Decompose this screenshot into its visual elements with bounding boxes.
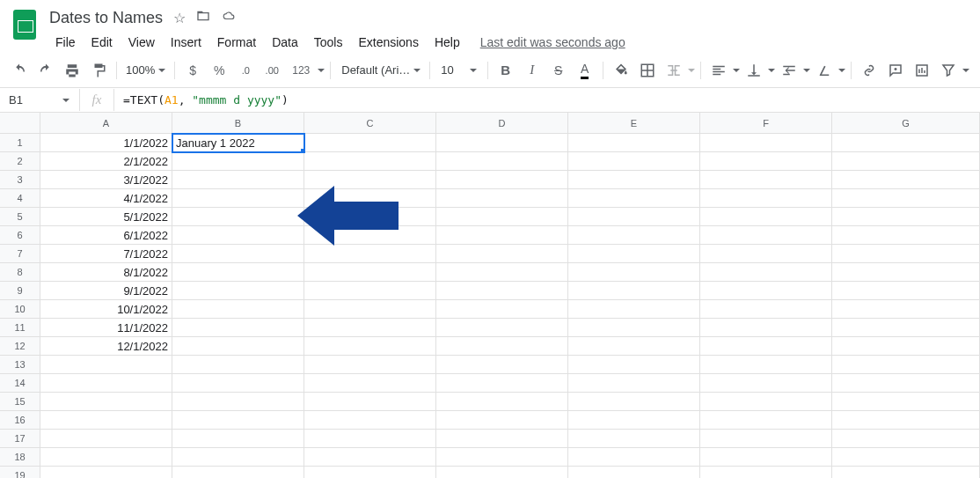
cell[interactable] xyxy=(568,448,700,467)
cell[interactable] xyxy=(436,337,568,356)
row-header[interactable]: 16 xyxy=(0,411,40,430)
column-header[interactable]: G xyxy=(832,113,980,134)
cell[interactable] xyxy=(700,152,832,171)
cell[interactable] xyxy=(304,245,436,263)
row-header[interactable]: 13 xyxy=(0,356,40,374)
row-header[interactable]: 8 xyxy=(0,263,40,282)
more-formats-button[interactable]: 123 xyxy=(286,58,316,83)
cell[interactable] xyxy=(568,374,700,393)
comment-button[interactable] xyxy=(883,58,908,83)
select-all-corner[interactable] xyxy=(0,113,40,134)
cell[interactable] xyxy=(832,393,980,411)
cell[interactable]: 9/1/2022 xyxy=(40,282,172,300)
row-header[interactable]: 1 xyxy=(0,134,40,152)
undo-button[interactable] xyxy=(7,58,32,83)
cell[interactable] xyxy=(172,282,304,300)
cell[interactable] xyxy=(832,226,980,245)
text-color-button[interactable]: A xyxy=(573,58,597,83)
cell[interactable] xyxy=(568,411,700,430)
cell[interactable] xyxy=(304,356,436,374)
cell[interactable] xyxy=(832,430,980,448)
cell[interactable] xyxy=(832,245,980,263)
column-header[interactable]: D xyxy=(436,113,568,134)
cell[interactable] xyxy=(568,189,700,208)
cell[interactable] xyxy=(568,263,700,282)
row-header[interactable]: 11 xyxy=(0,319,40,337)
cell[interactable] xyxy=(40,467,172,478)
cell[interactable] xyxy=(304,189,436,208)
row-header[interactable]: 9 xyxy=(0,282,40,300)
cell[interactable] xyxy=(436,374,568,393)
cell[interactable] xyxy=(832,356,980,374)
cell[interactable] xyxy=(700,319,832,337)
cell[interactable]: 3/1/2022 xyxy=(40,171,172,189)
cell[interactable] xyxy=(832,300,980,319)
cell[interactable] xyxy=(700,134,832,152)
cell[interactable] xyxy=(172,226,304,245)
grid[interactable]: 11/1/2022January 1 202222/1/202233/1/202… xyxy=(0,134,980,478)
cell[interactable] xyxy=(40,448,172,467)
cell[interactable] xyxy=(436,208,568,226)
cell[interactable] xyxy=(568,208,700,226)
cell[interactable] xyxy=(832,282,980,300)
cell[interactable] xyxy=(700,226,832,245)
cell[interactable] xyxy=(172,411,304,430)
cell[interactable] xyxy=(832,189,980,208)
cell[interactable] xyxy=(436,282,568,300)
cell[interactable] xyxy=(568,152,700,171)
row-header[interactable]: 7 xyxy=(0,245,40,263)
redo-button[interactable] xyxy=(33,58,58,83)
cell[interactable] xyxy=(832,171,980,189)
cell[interactable] xyxy=(436,189,568,208)
merge-button[interactable] xyxy=(662,58,686,83)
cell[interactable] xyxy=(832,374,980,393)
h-align-button[interactable] xyxy=(706,58,731,83)
row-header[interactable]: 18 xyxy=(0,448,40,467)
print-button[interactable] xyxy=(60,58,84,83)
column-header[interactable]: E xyxy=(568,113,700,134)
cell[interactable] xyxy=(436,245,568,263)
cell[interactable] xyxy=(172,152,304,171)
cell[interactable] xyxy=(700,245,832,263)
last-edit-link[interactable]: Last edit was seconds ago xyxy=(480,35,625,49)
cell[interactable] xyxy=(700,282,832,300)
cell[interactable] xyxy=(568,171,700,189)
row-header[interactable]: 3 xyxy=(0,171,40,189)
cell[interactable] xyxy=(700,448,832,467)
zoom-select[interactable]: 100% xyxy=(122,63,169,77)
cell[interactable] xyxy=(172,189,304,208)
column-header[interactable]: F xyxy=(700,113,832,134)
cell[interactable] xyxy=(700,208,832,226)
cell[interactable] xyxy=(436,393,568,411)
cell[interactable] xyxy=(436,152,568,171)
cell[interactable] xyxy=(304,134,436,152)
cell[interactable] xyxy=(436,134,568,152)
cell[interactable] xyxy=(700,171,832,189)
cell[interactable] xyxy=(832,208,980,226)
cell[interactable] xyxy=(436,430,568,448)
cell[interactable] xyxy=(172,263,304,282)
cell[interactable]: 6/1/2022 xyxy=(40,226,172,245)
cell[interactable]: January 1 2022 xyxy=(172,134,304,152)
decrease-decimal-button[interactable]: .0 xyxy=(233,58,258,83)
cell[interactable] xyxy=(832,448,980,467)
row-header[interactable]: 17 xyxy=(0,430,40,448)
row-header[interactable]: 5 xyxy=(0,208,40,226)
cell[interactable]: 1/1/2022 xyxy=(40,134,172,152)
cell[interactable] xyxy=(304,411,436,430)
column-header[interactable]: A xyxy=(40,113,172,134)
cell[interactable] xyxy=(304,171,436,189)
cell[interactable] xyxy=(832,337,980,356)
cell[interactable] xyxy=(172,448,304,467)
rotate-button[interactable] xyxy=(812,58,837,83)
cell[interactable] xyxy=(172,300,304,319)
name-box[interactable]: B1 xyxy=(0,93,53,107)
cell[interactable]: 11/1/2022 xyxy=(40,319,172,337)
chart-button[interactable] xyxy=(910,58,934,83)
formula-input[interactable]: =TEXT(A1, "mmmm d yyyy") xyxy=(114,93,980,107)
row-header[interactable]: 14 xyxy=(0,374,40,393)
cell[interactable] xyxy=(304,152,436,171)
cell[interactable] xyxy=(436,448,568,467)
cell[interactable] xyxy=(40,430,172,448)
italic-button[interactable]: I xyxy=(520,58,545,83)
